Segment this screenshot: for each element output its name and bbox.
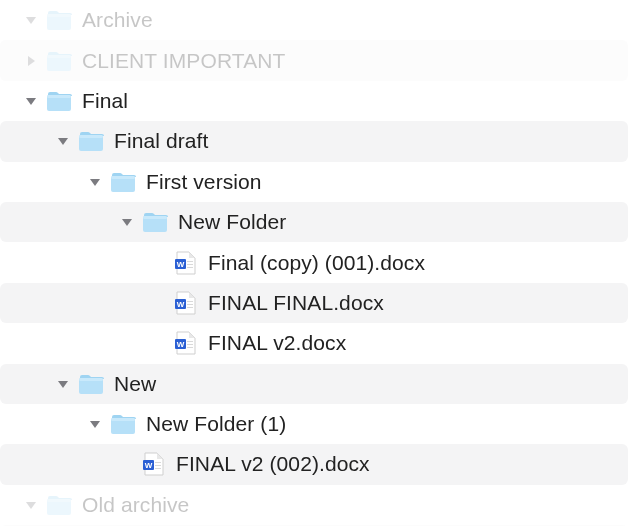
folder-label: First version bbox=[146, 170, 262, 194]
folder-tree: ArchiveCLIENT IMPORTANTFinalFinal draftF… bbox=[0, 0, 628, 526]
word-document-icon: W bbox=[174, 331, 196, 355]
svg-rect-30 bbox=[111, 418, 135, 421]
svg-rect-21 bbox=[187, 307, 193, 308]
svg-rect-15 bbox=[187, 264, 193, 265]
chevron-down-icon[interactable] bbox=[56, 377, 70, 391]
tree-row-final-copy-001[interactable]: WFinal (copy) (001).docx bbox=[0, 242, 628, 282]
word-document-icon: W bbox=[142, 452, 164, 476]
svg-rect-14 bbox=[187, 261, 193, 262]
tree-row-new-folder[interactable]: New Folder bbox=[0, 202, 628, 242]
file-label: Final (copy) (001).docx bbox=[208, 251, 425, 275]
file-label: FINAL v2 (002).docx bbox=[176, 452, 370, 476]
folder-icon bbox=[142, 211, 168, 233]
svg-rect-33 bbox=[155, 462, 161, 463]
tree-row-old-archive[interactable]: Old archive bbox=[0, 485, 628, 525]
tree-row-final-final[interactable]: WFINAL FINAL.docx bbox=[0, 283, 628, 323]
word-document-icon: W bbox=[174, 251, 196, 275]
chevron-right-icon[interactable] bbox=[24, 54, 38, 68]
chevron-down-icon[interactable] bbox=[56, 134, 70, 148]
tree-row-new[interactable]: New bbox=[0, 364, 628, 404]
tree-row-final-v2[interactable]: WFINAL v2.docx bbox=[0, 323, 628, 363]
svg-rect-5 bbox=[47, 95, 71, 98]
tree-row-new-folder-1[interactable]: New Folder (1) bbox=[0, 404, 628, 444]
svg-rect-35 bbox=[155, 468, 161, 469]
folder-icon bbox=[78, 130, 104, 152]
chevron-down-icon[interactable] bbox=[120, 215, 134, 229]
folder-label: Old archive bbox=[82, 493, 189, 517]
folder-icon bbox=[46, 9, 72, 31]
chevron-down-icon[interactable] bbox=[88, 175, 102, 189]
svg-rect-28 bbox=[79, 378, 103, 381]
svg-rect-1 bbox=[47, 14, 71, 17]
svg-rect-3 bbox=[47, 55, 71, 58]
svg-rect-37 bbox=[47, 499, 71, 502]
tree-row-final-v2-002[interactable]: WFINAL v2 (002).docx bbox=[0, 444, 628, 484]
tree-row-first-version[interactable]: First version bbox=[0, 162, 628, 202]
chevron-down-icon[interactable] bbox=[88, 417, 102, 431]
file-label: FINAL FINAL.docx bbox=[208, 291, 384, 315]
folder-label: Archive bbox=[82, 8, 153, 32]
folder-icon bbox=[46, 494, 72, 516]
chevron-down-icon[interactable] bbox=[24, 94, 38, 108]
svg-rect-25 bbox=[187, 344, 193, 345]
word-document-icon: W bbox=[174, 291, 196, 315]
svg-rect-9 bbox=[111, 176, 135, 179]
svg-text:W: W bbox=[177, 340, 185, 349]
svg-rect-7 bbox=[79, 135, 103, 138]
folder-icon bbox=[110, 413, 136, 435]
svg-rect-11 bbox=[143, 216, 167, 219]
tree-row-archive[interactable]: Archive bbox=[0, 0, 628, 40]
svg-text:W: W bbox=[177, 260, 185, 269]
svg-rect-24 bbox=[187, 341, 193, 342]
folder-icon bbox=[110, 171, 136, 193]
chevron-down-icon[interactable] bbox=[24, 498, 38, 512]
svg-rect-19 bbox=[187, 301, 193, 302]
tree-row-client-important[interactable]: CLIENT IMPORTANT bbox=[0, 40, 628, 80]
folder-label: Final draft bbox=[114, 129, 208, 153]
tree-row-final[interactable]: Final bbox=[0, 81, 628, 121]
folder-label: CLIENT IMPORTANT bbox=[82, 49, 285, 73]
folder-label: New Folder bbox=[178, 210, 286, 234]
tree-row-final-draft[interactable]: Final draft bbox=[0, 121, 628, 161]
folder-label: Final bbox=[82, 89, 128, 113]
svg-rect-16 bbox=[187, 267, 193, 268]
svg-rect-34 bbox=[155, 465, 161, 466]
folder-label: New bbox=[114, 372, 156, 396]
svg-text:W: W bbox=[145, 461, 153, 470]
svg-text:W: W bbox=[177, 300, 185, 309]
chevron-down-icon[interactable] bbox=[24, 13, 38, 27]
folder-icon bbox=[46, 90, 72, 112]
folder-icon bbox=[78, 373, 104, 395]
svg-rect-20 bbox=[187, 304, 193, 305]
svg-rect-26 bbox=[187, 347, 193, 348]
folder-icon bbox=[46, 50, 72, 72]
file-label: FINAL v2.docx bbox=[208, 331, 346, 355]
folder-label: New Folder (1) bbox=[146, 412, 286, 436]
